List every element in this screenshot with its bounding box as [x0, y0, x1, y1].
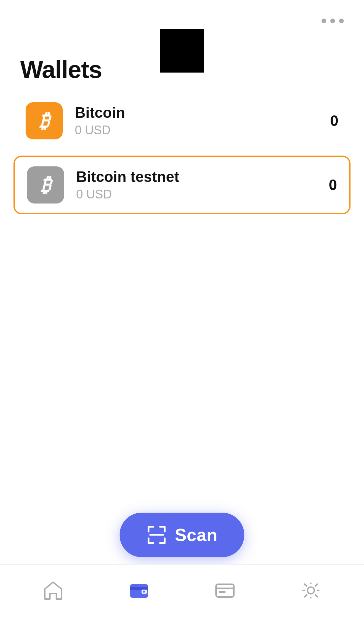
bitcoin-name: Bitcoin — [75, 104, 330, 121]
wallet-list: ₿ Bitcoin 0 USD 0 ₿ Bitcoin testnet 0 US… — [13, 93, 351, 214]
page-title: Wallets — [20, 56, 102, 83]
card-icon — [213, 579, 237, 602]
bitcoin-usd: 0 USD — [75, 123, 330, 137]
svg-point-4 — [143, 591, 145, 593]
bitcoin-testnet-name: Bitcoin testnet — [76, 168, 329, 185]
home-icon — [41, 579, 65, 602]
bitcoin-amount: 0 — [330, 112, 338, 129]
bitcoin-testnet-icon: ₿ — [27, 166, 64, 204]
svg-rect-5 — [216, 584, 234, 597]
header: Wallets — [0, 0, 364, 74]
logo-placeholder — [160, 29, 204, 73]
bitcoin-balance: 0 — [330, 112, 338, 129]
svg-rect-7 — [219, 591, 225, 593]
scan-button-wrapper: Scan — [120, 513, 244, 557]
nav-item-wallet[interactable] — [121, 575, 158, 606]
bottom-nav — [0, 564, 364, 623]
wallet-item-bitcoin[interactable]: ₿ Bitcoin 0 USD 0 — [13, 93, 351, 149]
bitcoin-info: Bitcoin 0 USD — [75, 104, 330, 137]
nav-item-card[interactable] — [207, 575, 244, 606]
wallet-icon — [127, 579, 151, 602]
nav-item-settings[interactable] — [293, 575, 330, 606]
bitcoin-testnet-balance: 0 — [329, 177, 337, 193]
bitcoin-testnet-usd: 0 USD — [76, 187, 329, 201]
bitcoin-testnet-amount: 0 — [329, 177, 337, 193]
more-options-button[interactable] — [322, 19, 344, 23]
dot-1 — [322, 19, 326, 23]
scan-label: Scan — [175, 525, 217, 545]
dot-3 — [339, 19, 344, 23]
scan-icon — [147, 525, 167, 545]
svg-point-8 — [308, 587, 314, 594]
dot-2 — [330, 19, 335, 23]
gear-icon — [299, 579, 323, 602]
scan-button[interactable]: Scan — [120, 513, 244, 557]
bitcoin-testnet-info: Bitcoin testnet 0 USD — [76, 168, 329, 201]
bitcoin-icon: ₿ — [26, 102, 63, 139]
nav-item-home[interactable] — [35, 575, 72, 606]
wallet-item-bitcoin-testnet[interactable]: ₿ Bitcoin testnet 0 USD 0 — [13, 156, 351, 214]
